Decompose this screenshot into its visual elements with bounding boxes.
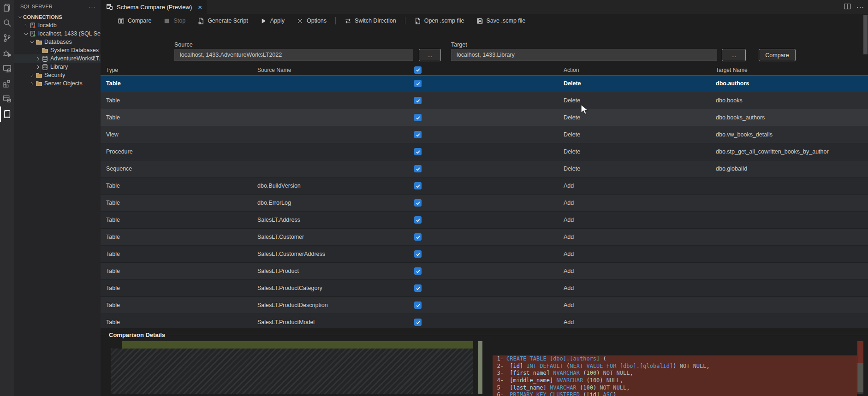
- chevron-right-icon[interactable]: [23, 23, 29, 29]
- tree-item-adventureworkslt[interactable]: AdventureWorksLT...: [14, 54, 101, 63]
- grid-row-dbo-books-authors[interactable]: TableDeletedbo.books_authors: [101, 109, 868, 126]
- source-input[interactable]: localhost, 1433.AdventureWorksLT2022: [174, 49, 413, 61]
- options-button[interactable]: Options: [291, 15, 333, 27]
- row-include-checkbox[interactable]: [414, 165, 422, 172]
- row-include-checkbox[interactable]: [414, 199, 422, 207]
- generate-script-button[interactable]: Generate Script: [191, 15, 254, 27]
- search-icon[interactable]: [0, 15, 14, 30]
- chevron-right-icon[interactable]: [35, 47, 41, 53]
- grid-row-dbo-globalid[interactable]: SequenceDeletedbo.globalId: [101, 160, 868, 177]
- header-checkbox[interactable]: [414, 66, 422, 74]
- cell-action: Add: [564, 319, 574, 325]
- tree-item-system-databases[interactable]: System Databases: [14, 46, 101, 54]
- row-include-checkbox[interactable]: [414, 319, 422, 326]
- server-icon: [29, 22, 37, 29]
- tab-close-icon[interactable]: ×: [198, 3, 202, 11]
- grid-row-dbo-books[interactable]: TableDeletedbo.books: [101, 92, 868, 109]
- compare-submit-button[interactable]: Compare: [759, 49, 796, 61]
- row-include-checkbox[interactable]: [414, 114, 422, 121]
- cell-action: Delete: [564, 80, 581, 87]
- checkbox-checked-icon: [414, 233, 422, 241]
- tree-item-databases[interactable]: Databases: [14, 38, 101, 46]
- refresh-icon[interactable]: [90, 55, 96, 62]
- grid-row-dbo-errorlog[interactable]: Tabledbo.ErrorLogAdd: [101, 195, 868, 212]
- source-control-icon[interactable]: [0, 30, 14, 46]
- grid-row-saleslt-customer[interactable]: TableSalesLT.CustomerAdd: [101, 229, 868, 246]
- row-include-checkbox[interactable]: [414, 267, 422, 275]
- tree-item-localdb[interactable]: localdb: [14, 21, 101, 30]
- grid-row-dbo-stp-get-all-cowritten-books-by-author[interactable]: ProcedureDeletedbo.stp_get_all_cowritten…: [101, 143, 868, 160]
- chevron-right-icon[interactable]: [29, 72, 35, 78]
- editor-scrollbar-thumb[interactable]: [863, 15, 868, 54]
- tree-item-library[interactable]: Library: [14, 63, 101, 71]
- open-scmp-file-button[interactable]: Open .scmp file: [408, 15, 470, 27]
- compare-button[interactable]: Compare: [112, 15, 157, 27]
- diff-target-pane[interactable]: 1-CREATE TABLE [dbo].[authors] (2- [id] …: [493, 341, 868, 396]
- checkbox-checked-icon: [414, 80, 422, 87]
- toolbar-button-label: Stop: [173, 18, 185, 24]
- cell-type: Table: [106, 268, 120, 274]
- apply-button[interactable]: Apply: [254, 15, 291, 27]
- chevron-right-icon[interactable]: [35, 56, 41, 62]
- switch-direction-button[interactable]: Switch Direction: [339, 15, 402, 27]
- right-overview-ruler[interactable]: [857, 341, 863, 394]
- col-header-source[interactable]: Source Name: [257, 67, 291, 73]
- col-header-target[interactable]: Target Name: [716, 67, 748, 73]
- save-scmp-file-button[interactable]: Save .scmp file: [470, 15, 532, 27]
- row-include-checkbox[interactable]: [414, 80, 422, 87]
- row-include-checkbox[interactable]: [414, 301, 422, 309]
- sidebar-more-icon[interactable]: ···: [89, 3, 96, 10]
- grid-row-saleslt-productmodel[interactable]: TableSalesLT.ProductModelAdd: [101, 314, 868, 328]
- chevron-down-icon[interactable]: [23, 31, 29, 37]
- extensions-icon[interactable]: [0, 76, 14, 91]
- tab-schema-compare[interactable]: Schema Compare (Preview) ×: [101, 0, 207, 14]
- chevron-down-icon[interactable]: [29, 39, 35, 45]
- row-include-checkbox[interactable]: [414, 182, 422, 189]
- tree-item-localhost-1433-sql-serv[interactable]: localhost, 1433 (SQL Serv...: [14, 30, 101, 38]
- cell-source-name: SalesLT.ProductModel: [257, 319, 315, 325]
- row-include-checkbox[interactable]: [414, 250, 422, 258]
- col-header-type[interactable]: Type: [106, 67, 118, 73]
- added-empty-line: [122, 341, 473, 349]
- remote-explorer-icon[interactable]: [0, 61, 14, 76]
- tree-item-security[interactable]: Security: [14, 71, 101, 79]
- source-browse-button[interactable]: ...: [419, 49, 441, 61]
- grid-row-saleslt-productdescription[interactable]: TableSalesLT.ProductDescriptionAdd: [101, 297, 868, 314]
- row-include-checkbox[interactable]: [414, 148, 422, 155]
- left-overview-ruler[interactable]: [478, 341, 482, 394]
- split-editor-icon[interactable]: [844, 3, 851, 12]
- diff-line-number: 6-: [493, 391, 504, 396]
- chevron-right-icon[interactable]: [35, 64, 41, 70]
- checkbox-checked-icon: [414, 284, 422, 292]
- explorer-icon[interactable]: [0, 0, 14, 15]
- editor-area: Schema Compare (Preview) × ··· CompareSt…: [101, 0, 868, 396]
- grid-row-dbo-buildversion[interactable]: Tabledbo.BuildVersionAdd: [101, 177, 868, 195]
- sql-server-icon[interactable]: [0, 106, 14, 122]
- chevron-right-icon[interactable]: [29, 81, 35, 87]
- grid-row-saleslt-address[interactable]: TableSalesLT.AddressAdd: [101, 212, 868, 229]
- sql-database-projects-icon[interactable]: [0, 91, 14, 106]
- grid-row-saleslt-productcategory[interactable]: TableSalesLT.ProductCategoryAdd: [101, 280, 868, 297]
- chevron-down-icon[interactable]: [17, 14, 23, 20]
- tree-item-connections[interactable]: CONNECTIONS: [14, 13, 101, 21]
- editor-more-actions-icon[interactable]: ···: [856, 3, 864, 11]
- grid-row-dbo-vw-books-details[interactable]: ViewDeletedbo.vw_books_details: [101, 126, 868, 143]
- grid-row-saleslt-customeraddress[interactable]: TableSalesLT.CustomerAddressAdd: [101, 246, 868, 263]
- open-file-icon: [414, 18, 421, 24]
- target-browse-button[interactable]: ...: [722, 49, 746, 61]
- row-include-checkbox[interactable]: [414, 131, 422, 138]
- grid-row-saleslt-product[interactable]: TableSalesLT.ProductAdd: [101, 263, 868, 280]
- row-include-checkbox[interactable]: [414, 216, 422, 224]
- row-include-checkbox[interactable]: [414, 284, 422, 292]
- row-include-checkbox[interactable]: [414, 233, 422, 241]
- diff-source-pane[interactable]: 1+: [109, 341, 489, 396]
- stop-button[interactable]: Stop: [157, 15, 191, 27]
- run-debug-icon[interactable]: [0, 46, 14, 61]
- target-input[interactable]: localhost, 1433.Library: [451, 49, 717, 61]
- col-header-action[interactable]: Action: [564, 67, 579, 73]
- scrollbar-thumb[interactable]: [857, 363, 863, 392]
- tree-item-server-objects[interactable]: Server Objects: [14, 79, 101, 88]
- cell-type: Procedure: [106, 148, 133, 155]
- row-include-checkbox[interactable]: [414, 97, 422, 104]
- grid-row-dbo-authors[interactable]: TableDeletedbo.authors: [101, 75, 868, 92]
